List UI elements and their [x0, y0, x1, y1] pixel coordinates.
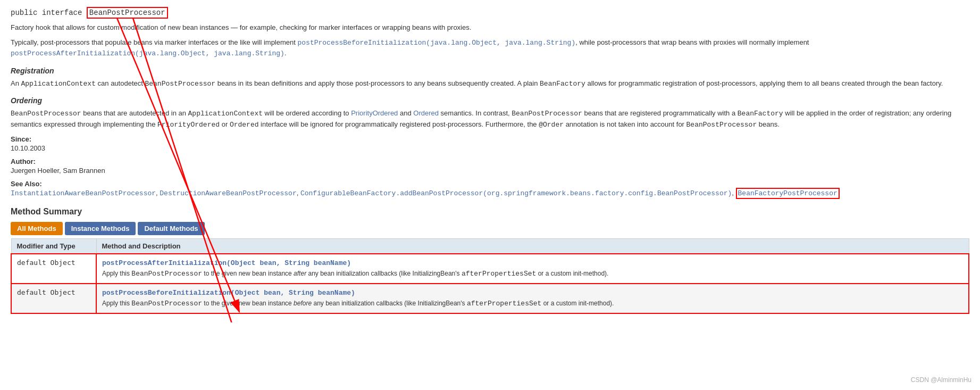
author-value: Juergen Hoeller, Sam Brannen	[11, 167, 969, 175]
registration-title: Registration	[11, 67, 969, 75]
seealso-link-2[interactable]: DestructionAwareBeanPostProcessor	[160, 189, 296, 197]
author-section: Author: Juergen Hoeller, Sam Brannen	[11, 157, 969, 175]
since-label: Since:	[11, 135, 969, 143]
bf-code: BeanFactory	[540, 80, 585, 88]
interface-keyword: public interface	[11, 9, 87, 17]
method-name-2: postProcessBeforeInitialization(Object b…	[102, 288, 963, 297]
method-detail-2: postProcessBeforeInitialization(Object b…	[96, 284, 969, 313]
seealso-link-3[interactable]: ConfigurableBeanFactory.addBeanPostProce…	[300, 189, 732, 197]
method-tabs: All Methods Instance Methods Default Met…	[11, 222, 969, 235]
seealso-label: See Also:	[11, 180, 969, 188]
method-summary: Method Summary All Methods Instance Meth…	[11, 207, 969, 314]
since-value: 10.10.2003	[11, 144, 969, 152]
method-link-after[interactable]: postProcessAfterInitialization(Object be…	[102, 259, 351, 267]
tab-instance-methods[interactable]: Instance Methods	[65, 222, 136, 235]
appcontext-code: ApplicationContext	[21, 80, 96, 88]
ordered-link[interactable]: Ordered	[413, 109, 439, 117]
method-link-before[interactable]: postProcessBeforeInitialization(Object b…	[102, 289, 355, 297]
seealso-link-4[interactable]: BeanFactoryPostProcessor	[738, 189, 837, 197]
method-link-postProcessAfter[interactable]: postProcessAfterInitialization(java.lang…	[11, 49, 284, 57]
method-summary-title: Method Summary	[11, 207, 969, 217]
modifier-type-2: default Object	[11, 284, 96, 313]
registration-section: Registration An ApplicationContext can a…	[11, 67, 969, 89]
tab-all-methods[interactable]: All Methods	[11, 222, 63, 235]
interface-header: public interface BeanPostProcessor	[11, 9, 969, 17]
method-desc-2: Apply this BeanPostProcessor to the give…	[102, 299, 963, 309]
method-name-1: postProcessAfterInitialization(Object be…	[102, 259, 963, 267]
table-row: default Object postProcessAfterInitializ…	[11, 254, 969, 284]
author-label: Author:	[11, 157, 969, 165]
method-link-postProcessBefore[interactable]: postProcessBeforeInitialization(java.lan…	[298, 39, 576, 47]
method-detail-1: postProcessAfterInitialization(Object be…	[96, 254, 969, 284]
priority-ordered-link[interactable]: PriorityOrdered	[351, 109, 398, 117]
description-1: Factory hook that allows for custom modi…	[11, 22, 969, 33]
seealso-section: See Also: InstantiationAwareBeanPostProc…	[11, 180, 969, 197]
method-table: Modifier and Type Method and Description…	[11, 238, 969, 314]
interface-name-boxed: BeanPostProcessor	[87, 7, 168, 19]
col-modifier-type: Modifier and Type	[11, 239, 96, 254]
seealso-links: InstantiationAwareBeanPostProcessor, Des…	[11, 189, 969, 197]
seealso-link-4-boxed: BeanFactoryPostProcessor	[736, 188, 840, 199]
seealso-link-1[interactable]: InstantiationAwareBeanPostProcessor	[11, 189, 156, 197]
tab-default-methods[interactable]: Default Methods	[138, 222, 204, 235]
ordering-section: Ordering BeanPostProcessor beans that ar…	[11, 96, 969, 130]
modifier-type-1: default Object	[11, 254, 96, 284]
registration-text: An ApplicationContext can autodetect Bea…	[11, 78, 969, 89]
since-section: Since: 10.10.2003	[11, 135, 969, 152]
ordering-text: BeanPostProcessor beans that are autodet…	[11, 108, 969, 130]
bpp-code: BeanPostProcessor	[145, 80, 215, 88]
main-content: public interface BeanPostProcessor Facto…	[11, 9, 969, 314]
description-2: Typically, post-processors that populate…	[11, 37, 969, 59]
table-header-row: Modifier and Type Method and Description	[11, 239, 969, 254]
method-desc-1: Apply this BeanPostProcessor to the give…	[102, 269, 963, 279]
ordering-title: Ordering	[11, 96, 969, 105]
table-row: default Object postProcessBeforeInitiali…	[11, 284, 969, 313]
col-method-desc: Method and Description	[96, 239, 969, 254]
